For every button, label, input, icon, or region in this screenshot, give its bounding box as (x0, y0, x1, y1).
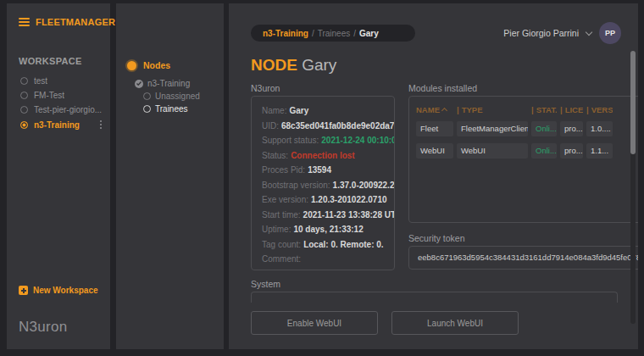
hamburger-menu-icon[interactable] (19, 18, 30, 26)
field-uptime: Uptime:10 days, 21:33:12 (262, 222, 394, 237)
radio-icon[interactable] (20, 106, 28, 114)
launch-webui-button[interactable]: Launch WebUI (391, 311, 519, 335)
field-support-status: Support status:2021-12-24 00:10:00 UTC (262, 133, 394, 148)
field-tag-count: Tag count:Local: 0. Remote: 0. (262, 237, 394, 253)
field-start-time: Start time:2021-11-23 13:38:28 UTC (262, 208, 394, 223)
radio-selected-icon[interactable] (20, 121, 28, 129)
system-section-heading: System (251, 279, 618, 290)
modules-section-heading: Modules installed (408, 83, 638, 94)
field-exe-version: Exe version:1.20.3-201022.0710 (262, 192, 394, 208)
module-cell-version[interactable]: 1.0.... (586, 121, 613, 136)
field-name: Name:Gary (262, 103, 394, 119)
check-circle-icon (135, 80, 143, 88)
circle-icon (143, 105, 151, 113)
n3uron-section-heading: N3uron (251, 83, 395, 94)
workspace-item-test-pier-giorgio[interactable]: Test-pier-giorgio... (7, 103, 110, 117)
tree-item-unassigned[interactable]: Unassigned (143, 92, 224, 101)
column-header-status[interactable]: |STAT... (531, 105, 557, 114)
nodes-tree-panel: Nodes n3-Training Unassigned Trainees (116, 3, 224, 349)
app-brand: FLEETMANAGER (19, 17, 102, 27)
module-cell-type[interactable]: WebUI (457, 143, 528, 159)
column-header-type[interactable]: |TYPE (457, 105, 528, 114)
nodes-root-item[interactable]: Nodes (127, 60, 224, 70)
column-header-license[interactable]: |LICE... (560, 105, 583, 114)
app-title: FLEETMANAGER (36, 17, 115, 27)
tree-item-trainees[interactable]: Trainees (143, 104, 224, 114)
field-process-pid: Proces Pid:13594 (262, 163, 394, 178)
new-workspace-button[interactable]: New Workspace (19, 286, 102, 295)
circle-icon (143, 92, 151, 100)
module-cell-license[interactable]: pro... (560, 143, 583, 159)
plus-icon (19, 286, 28, 295)
breadcrumb-separator: / (312, 29, 314, 38)
vertical-scrollbar[interactable] (630, 51, 636, 324)
nodes-tree: n3-Training Unassigned Trainees (135, 79, 224, 114)
module-cell-version[interactable]: 1.1... (586, 143, 613, 159)
column-header-version[interactable]: |VERS...| (586, 105, 613, 114)
tree-group-n3-training[interactable]: n3-Training (135, 79, 224, 88)
breadcrumb[interactable]: n3-Training / Trainees / Gary (251, 25, 415, 42)
radio-icon[interactable] (20, 92, 28, 99)
module-cell-status[interactable]: Onli... (531, 121, 557, 136)
page-title: NODE Gary (251, 56, 638, 75)
field-uid: UID:68c35ed041fa0b8de9e02da7bdd84b2e (262, 119, 394, 134)
module-cell-name[interactable]: WebUI (416, 143, 453, 159)
enable-webui-button[interactable]: Enable WebUI (251, 311, 378, 335)
module-cell-name[interactable]: Fleet (416, 121, 453, 136)
main-header: n3-Training / Trainees / Gary Pier Giorg… (229, 3, 638, 44)
n3uron-info-box: Name:Gary UID:68c35ed041fa0b8de9e02da7bd… (251, 96, 395, 270)
sort-asc-icon (441, 108, 447, 114)
node-detail-panel: n3-Training / Trainees / Gary Pier Giorg… (229, 3, 638, 349)
workspace-heading: WORKSPACE (19, 56, 102, 66)
modules-column: Modules installed NAME |TYPE |STAT... |L… (408, 83, 638, 270)
nodes-icon (127, 61, 136, 70)
field-bootstrap-version: Bootstrap version:1.37.0-200922.2010 (262, 178, 394, 193)
action-buttons: Enable WebUI Launch WebUI (251, 311, 638, 335)
breadcrumb-leaf: Gary (359, 29, 379, 38)
avatar[interactable]: PP (599, 22, 621, 44)
module-cell-license[interactable]: pro... (560, 121, 583, 136)
column-header-name[interactable]: NAME (416, 105, 453, 114)
user-name: Pier Giorgio Parrini (503, 28, 579, 38)
field-status: Status:Connection lost (262, 148, 394, 164)
workspace-item-fm-test[interactable]: FM-Test (7, 88, 110, 103)
breadcrumb-middle[interactable]: Trainees (318, 29, 351, 38)
breadcrumb-root[interactable]: n3-Training (263, 29, 308, 38)
system-section: System (251, 279, 618, 303)
field-comment: Comment: (262, 252, 394, 267)
workspace-item-n3-training[interactable]: n3-Training (7, 117, 110, 132)
module-cell-type[interactable]: FleetManagerClient (457, 121, 528, 136)
security-token-value[interactable]: eeb8c671963d5954c384431d3161dd7914e084a3… (408, 246, 638, 270)
workspace-sidebar: FLEETMANAGER WORKSPACE test FM-Test Test… (7, 3, 110, 349)
security-token-heading: Security token (408, 233, 638, 244)
kebab-menu-icon[interactable] (98, 120, 103, 130)
chevron-down-icon[interactable] (586, 28, 592, 35)
system-box-clipped (251, 292, 618, 303)
breadcrumb-separator: / (353, 29, 356, 38)
user-menu[interactable]: Pier Giorgio Parrini PP (503, 22, 621, 44)
n3uron-section: N3uron Name:Gary UID:68c35ed041fa0b8de9e… (251, 83, 395, 270)
module-cell-status[interactable]: Onli... (531, 143, 557, 159)
scrollbar-thumb[interactable] (630, 51, 636, 154)
modules-table: NAME |TYPE |STAT... |LICE... |VERS...| F… (408, 96, 638, 223)
radio-icon[interactable] (20, 77, 28, 85)
n3uron-logo: N3uron (19, 319, 110, 336)
workspace-item-test[interactable]: test (7, 74, 110, 88)
